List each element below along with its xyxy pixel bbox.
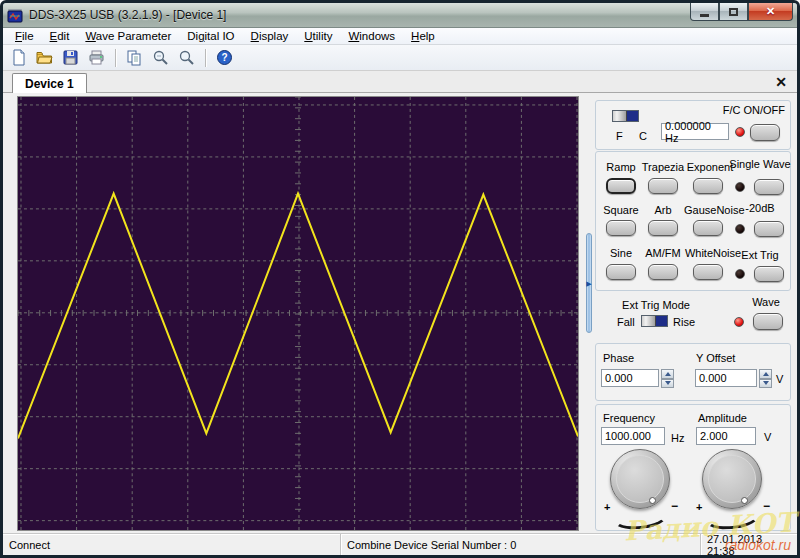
print-icon[interactable]: [88, 49, 105, 66]
tab-device-1[interactable]: Device 1: [12, 73, 87, 93]
menubar: FileEditWave ParameterDigital IODisplayU…: [3, 28, 797, 45]
knob-indicator-dot: [741, 497, 748, 504]
window-controls: ✕: [690, 3, 793, 21]
frequency-unit: Hz: [671, 432, 684, 444]
wave-button[interactable]: [753, 313, 783, 330]
arb-button[interactable]: [648, 220, 678, 236]
phase-spinner[interactable]: [661, 369, 674, 388]
menu-item-utility[interactable]: Utility: [296, 29, 340, 43]
minus20db-label: -20dB: [729, 202, 791, 214]
ramp-button[interactable]: [606, 178, 636, 194]
exponent-button[interactable]: [693, 178, 723, 194]
minus20db-button[interactable]: [754, 221, 784, 237]
single-wave-label: Single Wave: [729, 158, 791, 170]
frequency-input[interactable]: 1000.000: [601, 427, 665, 445]
zoom-in-icon[interactable]: [178, 49, 195, 66]
y-offset-unit: V: [776, 373, 783, 385]
waveform-display: [17, 96, 579, 531]
close-icon: ✕: [766, 6, 775, 17]
status-serial: Combine Device Serial Number : 0: [340, 534, 700, 555]
square-button[interactable]: [606, 220, 636, 236]
rise-label: Rise: [673, 316, 695, 328]
up-arrow-icon: [665, 372, 671, 376]
ext-trig-mode-toggle-handle: [642, 316, 656, 326]
knob-indicator-dot: [649, 497, 656, 504]
fall-label: Fall: [617, 316, 635, 328]
waveform-plot: [18, 97, 578, 530]
amplitude-unit: V: [764, 431, 771, 443]
app-icon: [7, 7, 23, 23]
frequency-knob[interactable]: + −: [604, 449, 678, 531]
maximize-button[interactable]: [719, 3, 748, 21]
tab-close-icon[interactable]: ✕: [775, 73, 787, 91]
ext-trig-led: [735, 269, 745, 279]
toolbar: ?: [3, 45, 797, 71]
fc-frequency-display[interactable]: 0.000000 Hz: [661, 123, 729, 140]
up-arrow-icon: [763, 372, 769, 376]
y-offset-spin-up[interactable]: [759, 369, 772, 379]
arb-label: Arb: [640, 204, 686, 216]
down-arrow-icon: [665, 381, 671, 385]
titlebar: DDS-3X25 USB (3.2.1.9) - [Device 1] ✕: [3, 3, 797, 28]
status-connect: Connect: [3, 534, 340, 555]
fc-toggle-handle: [613, 111, 627, 121]
menu-item-file[interactable]: File: [7, 29, 42, 43]
phase-offset-group: Phase 0.000 Y Offset 0.000 V: [595, 343, 791, 401]
tab-label: Device 1: [25, 77, 74, 91]
y-offset-spinner[interactable]: [759, 369, 772, 388]
menu-item-display[interactable]: Display: [243, 29, 297, 43]
trapezia-button[interactable]: [648, 178, 678, 194]
menu-item-wave-parameter[interactable]: Wave Parameter: [77, 29, 179, 43]
wave-label: Wave: [746, 296, 786, 308]
ext-trig-button[interactable]: [754, 266, 784, 282]
phase-input[interactable]: 0.000: [601, 369, 659, 387]
menu-item-help[interactable]: Help: [403, 29, 443, 43]
frequency-label: Frequency: [603, 412, 655, 424]
zoom-out-icon[interactable]: [152, 49, 169, 66]
fc-onoff-button[interactable]: [750, 124, 780, 141]
gausenoise-button[interactable]: [693, 220, 723, 236]
save-icon[interactable]: [62, 49, 79, 66]
down-arrow-icon: [763, 381, 769, 385]
amplitude-input[interactable]: 2.000: [696, 427, 756, 445]
fc-group: F C 0.000000 Hz F/C ON/OFF: [595, 100, 791, 150]
window-title: DDS-3X25 USB (3.2.1.9) - [Device 1]: [29, 8, 226, 22]
maximize-icon: [729, 8, 738, 16]
knob-minus-mark: −: [671, 499, 678, 513]
fc-left-label: F: [616, 130, 623, 142]
minimize-icon: [700, 14, 709, 17]
ext-trig-mode-label: Ext Trig Mode: [616, 299, 696, 311]
y-offset-input[interactable]: 0.000: [695, 369, 757, 387]
control-panel: F C 0.000000 Hz F/C ON/OFF Ramp Trapezia…: [591, 93, 793, 533]
ext-trig-mode-toggle[interactable]: [641, 315, 668, 327]
close-button[interactable]: ✕: [748, 3, 793, 21]
whitenoise-button[interactable]: [693, 264, 723, 280]
toolbar-separator: [115, 49, 116, 67]
phase-spin-down[interactable]: [661, 379, 674, 389]
amplitude-knob[interactable]: + −: [696, 449, 770, 531]
open-folder-icon[interactable]: [36, 49, 53, 66]
single-wave-button[interactable]: [754, 179, 784, 195]
new-file-icon[interactable]: [10, 49, 27, 66]
fc-led: [735, 127, 745, 137]
amplitude-knob-dial[interactable]: [702, 449, 762, 509]
menu-item-windows[interactable]: Windows: [340, 29, 403, 43]
amfm-label: AM/FM: [640, 247, 686, 259]
fc-toggle[interactable]: [612, 110, 639, 122]
amfm-button[interactable]: [648, 264, 678, 280]
menu-item-digital-io[interactable]: Digital IO: [179, 29, 242, 43]
knob-minus-mark: −: [763, 499, 770, 513]
y-offset-label: Y Offset: [696, 352, 735, 364]
sine-label: Sine: [600, 247, 642, 259]
status-datetime: 27.01.2013 21:38: [700, 534, 797, 555]
phase-spin-up[interactable]: [661, 369, 674, 379]
frequency-knob-dial[interactable]: [610, 449, 670, 509]
y-offset-spin-down[interactable]: [759, 379, 772, 389]
minus20db-led: [735, 224, 745, 234]
minimize-button[interactable]: [690, 3, 719, 21]
single-wave-led: [735, 182, 745, 192]
sine-button[interactable]: [606, 264, 636, 280]
help-icon[interactable]: ?: [216, 49, 233, 66]
copy-icon[interactable]: [126, 49, 143, 66]
menu-item-edit[interactable]: Edit: [42, 29, 78, 43]
